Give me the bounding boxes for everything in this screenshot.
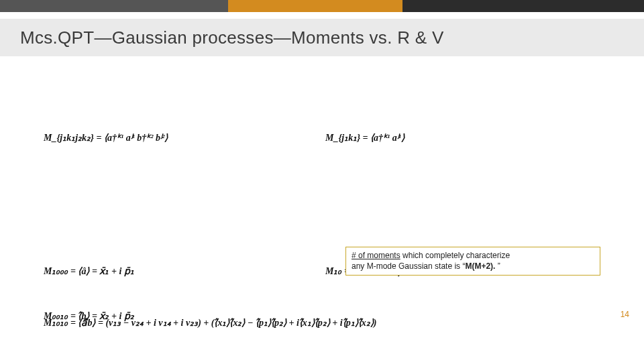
slide-title-bar: Mcs.QPT—Gaussian processes—Moments vs. R… [0,19,644,56]
eq-m1010: M₁₀₁₀ = ⟨â̂b⟩ = (v₁₃ − v₂₄ + i v₁₄ + i v… [44,316,627,330]
note-text: ” [495,261,500,271]
top-accent-bar [0,0,644,12]
eq-m1000: M₁₀₀₀ = ⟨â⟩ = x̄₁ + i p̄₁ [44,264,325,279]
accent-segment [0,0,228,12]
note-text: any M-mode Gaussian state is “ [352,261,465,271]
note-text: # of moments [352,251,400,260]
accent-segment [402,0,644,12]
moment-definition-left: M_{j₁k₁j₂k₂} = ⟨a†ᵏ¹ aʲ¹ b†ᵏ² bʲ²⟩ [44,131,325,145]
cross-moment-equations: M₁₀₁₀ = ⟨â̂b⟩ = (v₁₃ − v₂₄ + i v₁₄ + i v… [44,286,627,362]
page-number: 14 [621,310,629,319]
slide-title: Mcs.QPT—Gaussian processes—Moments vs. R… [20,27,444,48]
note-box: # of moments which completely characteri… [345,247,600,276]
accent-segment [228,0,402,12]
note-text: which completely characterize [400,251,510,260]
note-text-bold: M(M+2). [465,261,495,271]
moment-definition-right: M_{j₁k₁} = ⟨a†ᵏ¹ aʲ¹⟩ [325,131,621,145]
